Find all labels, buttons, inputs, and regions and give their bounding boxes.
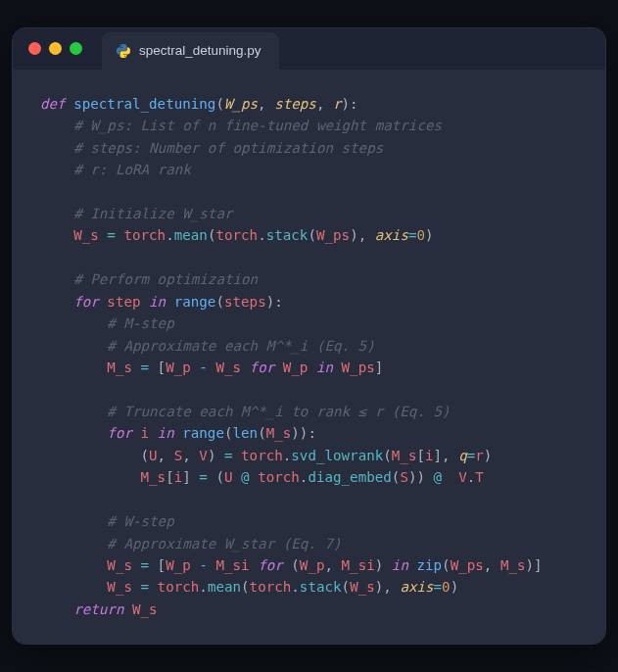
code-editor[interactable]: def spectral_detuning(W_ps, steps, r): #…	[13, 70, 605, 645]
window-controls	[28, 42, 82, 55]
code-line: return W_s	[40, 599, 586, 620]
code-line: for i in range(len(M_s)):	[40, 422, 586, 444]
code-line: W_s = torch.mean(torch.stack(W_s), axis=…	[40, 576, 586, 598]
code-line: # r: LoRA rank	[40, 159, 586, 180]
code-line: # Truncate each M^*_i to rank ≤ r (Eq. 5…	[40, 401, 586, 422]
python-icon	[116, 43, 131, 59]
code-line: M_s[i] = (U @ torch.diag_embed(S)) @ V.T	[40, 466, 586, 488]
editor-window: spectral_detuning.py def spectral_detuni…	[12, 27, 606, 646]
code-line: # Initialize W_star	[40, 203, 586, 224]
code-line: # W-step	[40, 510, 586, 532]
code-line	[40, 181, 586, 203]
code-line: W_s = torch.mean(torch.stack(W_ps), axis…	[40, 224, 586, 246]
titlebar: spectral_detuning.py	[13, 28, 605, 70]
code-line: # Approximate each M^*_i (Eq. 5)	[40, 335, 586, 357]
code-line	[40, 247, 586, 268]
code-line: def spectral_detuning(W_ps, steps, r):	[40, 93, 586, 115]
code-line: for step in range(steps):	[40, 291, 586, 312]
code-line: # M-step	[40, 312, 586, 334]
code-line: # W_ps: List of n fine-tuned weight matr…	[40, 115, 586, 136]
code-line: M_s = [W_p - W_s for W_p in W_ps]	[40, 357, 586, 378]
minimize-icon[interactable]	[49, 42, 62, 55]
code-line: # steps: Number of optimization steps	[40, 137, 586, 159]
code-line	[40, 378, 586, 400]
code-line: # Perform optimization	[40, 268, 586, 290]
file-tab[interactable]: spectral_detuning.py	[102, 32, 279, 70]
code-line: # Approximate W_star (Eq. 7)	[40, 533, 586, 554]
maximize-icon[interactable]	[70, 42, 82, 55]
tab-filename: spectral_detuning.py	[139, 43, 261, 58]
close-icon[interactable]	[28, 42, 41, 55]
code-line: W_s = [W_p - M_si for (W_p, M_si) in zip…	[40, 554, 586, 576]
code-line: (U, S, V) = torch.svd_lowrank(M_s[i], q=…	[40, 445, 586, 466]
code-line	[40, 489, 586, 510]
